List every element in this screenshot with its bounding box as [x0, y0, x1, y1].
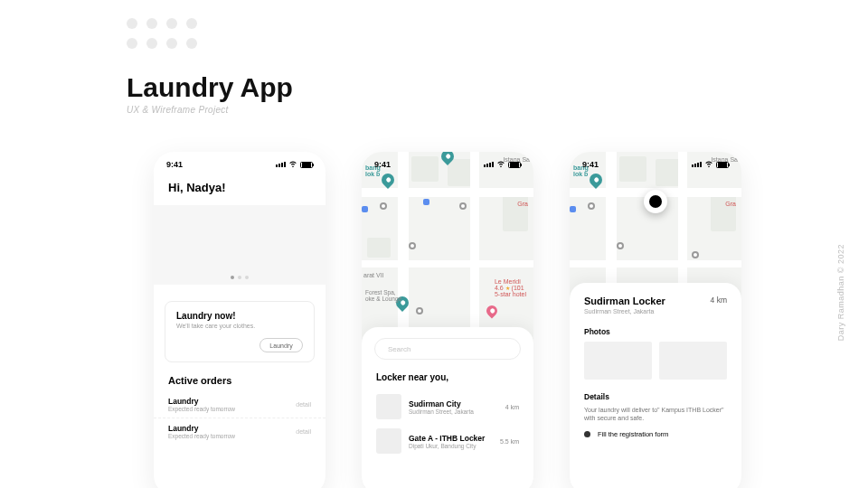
cta-title: Laundry now! [176, 311, 303, 321]
battery-icon [300, 162, 313, 168]
order-subtitle: Expected ready tomorrow [168, 433, 235, 439]
photos-label: Photos [584, 327, 727, 336]
locker-thumb [376, 394, 401, 419]
map-label: Gra [725, 201, 736, 207]
status-time: 9:41 [582, 160, 599, 169]
photo-placeholder [584, 342, 652, 380]
laundry-cta-card: Laundry now! We'll take care your clothe… [165, 301, 315, 362]
status-time: 9:41 [166, 160, 183, 169]
map-poi-icon [570, 206, 576, 212]
phone-screen-locker-list: bang lok b Istana Sa arat VII Gra Le Mer… [362, 152, 533, 488]
phone-screen-locker-detail: bang lok b Istana Sa Gra 9:41 Sudirman L… [570, 152, 741, 488]
bottom-sheet: Search Locker near you, Sudirman CitySud… [362, 327, 533, 488]
photo-carousel[interactable] [584, 342, 727, 380]
map-spa-label: Forest Spa, oke & Lounge [365, 289, 401, 302]
signal-icon [692, 162, 702, 167]
locker-address: Dipati Ukur, Bandung City [409, 443, 493, 449]
locker-row[interactable]: Gate A - ITHB LockerDipati Ukur, Bandung… [374, 424, 521, 458]
details-label: Details [584, 392, 727, 401]
order-detail-link[interactable]: detail [296, 401, 311, 408]
page-subtitle: UX & Wireframe Project [127, 105, 293, 115]
map-dot-icon [692, 251, 699, 258]
map-dot-icon [588, 202, 595, 210]
status-time: 9:41 [374, 160, 391, 169]
step-item: Fill the registration form [584, 430, 727, 438]
locker-row[interactable]: Sudirman CitySudirman Street, Jakarta 4 … [374, 389, 521, 424]
locker-name: Sudirman City [409, 399, 498, 408]
decorative-dots [127, 18, 199, 51]
carousel-pagination [231, 276, 249, 279]
photo-placeholder [659, 342, 727, 380]
order-row[interactable]: LaundryExpected ready tomorrow detail [154, 391, 326, 418]
status-bar: 9:41 [570, 152, 741, 174]
order-title: Laundry [168, 424, 235, 433]
order-subtitle: Expected ready tomorrow [168, 406, 235, 412]
map-pin-icon[interactable] [587, 171, 605, 189]
wifi-icon [496, 159, 505, 170]
active-orders-heading: Active orders [154, 362, 326, 391]
locker-thumb [376, 428, 401, 454]
greeting-text: Hi, Nadya! [154, 174, 326, 202]
status-bar: 9:41 [362, 152, 533, 174]
credit-text: Dary Ramadhan © 2022 [836, 244, 845, 341]
order-row[interactable]: LaundryExpected ready tomorrow detail [154, 418, 326, 445]
locker-distance: 5.5 km [500, 438, 519, 445]
phone-screen-home: 9:41 Hi, Nadya! Laundry now! We'll take … [154, 152, 326, 488]
cta-subtitle: We'll take care your clothes. [176, 323, 303, 329]
locker-name: Gate A - ITHB Locker [409, 434, 493, 443]
battery-icon [716, 162, 729, 168]
locker-distance: 4 km [505, 404, 519, 410]
step-bullet-icon [584, 431, 590, 437]
search-input[interactable]: Search [374, 338, 521, 360]
map-dot-icon [380, 202, 387, 210]
map-dot-icon [416, 307, 423, 314]
map-dot-icon [617, 242, 624, 249]
map-pin-icon[interactable] [485, 304, 500, 319]
locker-list-heading: Locker near you, [376, 372, 519, 382]
battery-icon [508, 162, 521, 168]
locker-detail-name: Sudirman Locker [584, 296, 665, 306]
details-text: Your laundry will deliver to" Kampus ITH… [584, 406, 727, 423]
wifi-icon [704, 159, 713, 170]
locker-detail-address: Sudirman Street, Jakarta [584, 308, 665, 314]
map-poi-icon [423, 199, 429, 205]
laundry-button[interactable]: Laundry [259, 338, 303, 352]
locker-detail-distance: 4 km [711, 296, 727, 305]
signal-icon [484, 162, 494, 167]
selected-location-marker[interactable] [644, 190, 667, 213]
map-hotel-label: Le Meridi 4.6 ★ (101 5-star hotel [495, 278, 526, 297]
map-dot-icon [459, 202, 467, 210]
map-label: arat VII [363, 272, 384, 278]
map-label: Gra [517, 201, 528, 207]
signal-icon [276, 162, 286, 167]
order-detail-link[interactable]: detail [296, 428, 311, 435]
status-bar: 9:41 [154, 152, 326, 174]
wifi-icon [288, 159, 297, 170]
detail-sheet: Sudirman LockerSudirman Street, Jakarta … [570, 283, 741, 488]
hero-carousel[interactable] [154, 205, 326, 285]
map-dot-icon [409, 242, 416, 249]
page-header: Laundry App UX & Wireframe Project [127, 72, 293, 115]
page-title: Laundry App [127, 72, 293, 103]
map-poi-icon [362, 206, 368, 212]
map-pin-icon[interactable] [379, 171, 397, 189]
order-title: Laundry [168, 397, 235, 406]
locker-address: Sudirman Street, Jakarta [409, 408, 498, 415]
